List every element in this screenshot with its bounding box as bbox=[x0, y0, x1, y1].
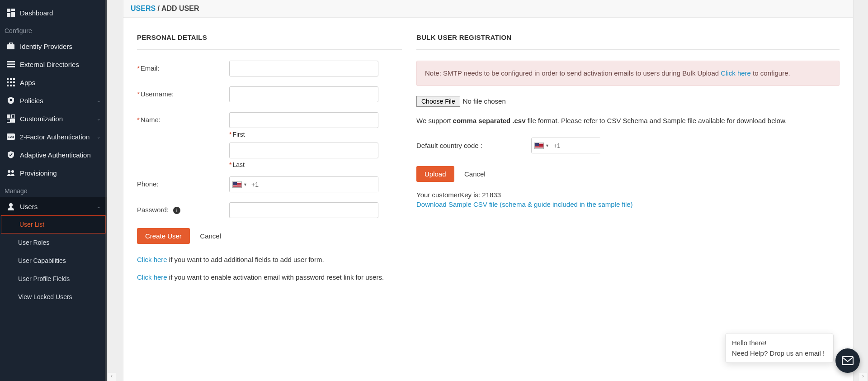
nav-label: Apps bbox=[20, 79, 35, 86]
briefcase-icon bbox=[6, 42, 15, 51]
input-country-code[interactable] bbox=[564, 138, 647, 153]
chat-line-1: Hello there! bbox=[732, 339, 827, 347]
chat-popover[interactable]: Hello there! Need Help? Drop us an email… bbox=[725, 333, 834, 363]
svg-rect-12 bbox=[7, 81, 9, 83]
alert-text-post: to configure. bbox=[751, 69, 790, 77]
label-phone: Phone: bbox=[137, 176, 229, 192]
mail-icon bbox=[842, 356, 854, 365]
choose-file-button[interactable]: Choose File bbox=[416, 96, 460, 107]
personal-details-title: PERSONAL DETAILS bbox=[137, 33, 402, 41]
sidebar: Dashboard Configure Identity Providers E… bbox=[0, 0, 107, 381]
subnav-user-capabilities[interactable]: User Capabilities bbox=[0, 252, 107, 270]
divider bbox=[416, 49, 840, 50]
hint-activation-email: Click here if you want to enable activat… bbox=[137, 273, 402, 281]
svg-rect-13 bbox=[10, 81, 12, 83]
country-code-prefix: +1 bbox=[550, 142, 564, 149]
upload-button[interactable]: Upload bbox=[416, 166, 454, 182]
chevron-down-icon: ⌄ bbox=[97, 116, 100, 121]
info-icon[interactable]: i bbox=[173, 207, 180, 214]
nav-label: Dashboard bbox=[20, 9, 53, 17]
phone-prefix: +1 bbox=[248, 181, 262, 188]
bulk-cancel-button[interactable]: Cancel bbox=[456, 166, 494, 182]
nav-identity-providers[interactable]: Identity Providers bbox=[0, 37, 107, 55]
nav-customization[interactable]: Customization ⌄ bbox=[0, 110, 107, 128]
create-user-button[interactable]: Create User bbox=[137, 228, 190, 244]
row-password: Password: i bbox=[137, 202, 402, 218]
label-name: *Name: bbox=[137, 112, 229, 168]
breadcrumb-sep: / bbox=[156, 5, 161, 12]
support-bold: comma separated .csv bbox=[453, 117, 526, 124]
chevron-down-icon: ⌄ bbox=[97, 98, 100, 103]
subnav-user-roles[interactable]: User Roles bbox=[0, 233, 107, 252]
smtp-alert: Note: SMTP needs to be configured in ord… bbox=[416, 61, 840, 86]
input-email[interactable] bbox=[229, 61, 378, 76]
sublabel-last-text: Last bbox=[232, 161, 244, 168]
row-username: *Username: bbox=[137, 86, 402, 102]
svg-rect-10 bbox=[10, 78, 12, 80]
section-configure: Configure bbox=[0, 22, 107, 37]
alert-configure-link[interactable]: Click here bbox=[721, 69, 751, 77]
caret-down-icon: ▼ bbox=[545, 143, 549, 148]
nav-adaptive-auth[interactable]: Adaptive Authentication bbox=[0, 146, 107, 164]
content-card: USERS / ADD USER PERSONAL DETAILS *Email… bbox=[123, 0, 854, 381]
alert-text-pre: Note: SMTP needs to be configured in ord… bbox=[425, 69, 721, 77]
country-code-row: Default country code : ▼ +1 bbox=[416, 138, 840, 153]
country-code-selector[interactable]: ▼ bbox=[532, 143, 550, 149]
subnav-user-profile-fields[interactable]: User Profile Fields bbox=[0, 270, 107, 288]
hint-additional-fields-link[interactable]: Click here bbox=[137, 256, 167, 263]
content-body: PERSONAL DETAILS *Email: *Username: bbox=[123, 20, 853, 381]
input-phone[interactable] bbox=[262, 177, 378, 192]
svg-rect-21 bbox=[11, 114, 15, 118]
svg-rect-6 bbox=[7, 61, 15, 62]
subnav-label: User Roles bbox=[18, 239, 49, 246]
input-username[interactable] bbox=[229, 86, 378, 102]
svg-rect-0 bbox=[7, 9, 10, 12]
nav-label: Customization bbox=[20, 115, 63, 123]
input-first-name[interactable] bbox=[229, 112, 378, 128]
input-password[interactable] bbox=[229, 202, 378, 218]
label-name-text: Name: bbox=[141, 116, 160, 124]
subnav-user-list[interactable]: User List bbox=[1, 215, 106, 233]
user-icon bbox=[6, 202, 15, 211]
label-password: Password: i bbox=[137, 202, 229, 218]
nav-provisioning[interactable]: Provisioning bbox=[0, 164, 107, 182]
svg-rect-11 bbox=[13, 78, 15, 80]
svg-rect-9 bbox=[7, 78, 9, 80]
nav-policies[interactable]: Policies ⌄ bbox=[0, 91, 107, 110]
input-last-name[interactable] bbox=[229, 143, 378, 158]
nav-apps[interactable]: Apps bbox=[0, 73, 107, 91]
caret-down-icon: ▼ bbox=[243, 182, 247, 187]
svg-rect-1 bbox=[11, 9, 15, 11]
download-sample-link[interactable]: Download Sample CSV file (schema & guide… bbox=[416, 200, 633, 208]
hint-activation-email-link[interactable]: Click here bbox=[137, 273, 167, 281]
sublabel-first-text: First bbox=[232, 131, 245, 138]
customer-key-line: Your customerKey is: 21833 bbox=[416, 191, 840, 199]
svg-rect-7 bbox=[7, 64, 15, 65]
nav-users[interactable]: Users ⌄ bbox=[0, 197, 107, 215]
shield-icon bbox=[6, 96, 15, 105]
nav-label: External Directories bbox=[20, 61, 79, 68]
hint-additional-fields-text: if you want to add additional fields to … bbox=[167, 256, 324, 263]
section-manage: Manage bbox=[0, 182, 107, 197]
chat-fab[interactable] bbox=[835, 348, 860, 373]
svg-rect-16 bbox=[10, 85, 12, 86]
svg-rect-15 bbox=[7, 85, 9, 86]
svg-rect-28 bbox=[842, 357, 853, 365]
label-email: *Email: bbox=[137, 61, 229, 76]
subnav-view-locked-users[interactable]: View Locked Users bbox=[0, 288, 107, 306]
us-flag-icon bbox=[534, 143, 544, 149]
main-area: USERS / ADD USER PERSONAL DETAILS *Email… bbox=[107, 0, 868, 381]
phone-country-selector[interactable]: ▼ bbox=[230, 181, 248, 188]
support-post: file format. Please refer to CSV Schema … bbox=[526, 117, 787, 124]
cancel-button[interactable]: Cancel bbox=[192, 228, 229, 244]
nav-external-directories[interactable]: External Directories bbox=[0, 55, 107, 73]
customer-key-value: 21833 bbox=[482, 191, 501, 199]
subnav-label: User List bbox=[19, 221, 44, 228]
nav-dashboard[interactable]: Dashboard bbox=[0, 4, 107, 22]
nav-2fa[interactable]: 123 2-Factor Authentication ⌄ bbox=[0, 128, 107, 146]
breadcrumb-users-link[interactable]: USERS bbox=[131, 5, 156, 12]
nav-label: Provisioning bbox=[20, 169, 57, 177]
list-icon bbox=[6, 60, 15, 69]
chevron-down-icon: ⌄ bbox=[97, 204, 100, 209]
svg-rect-5 bbox=[9, 43, 12, 44]
